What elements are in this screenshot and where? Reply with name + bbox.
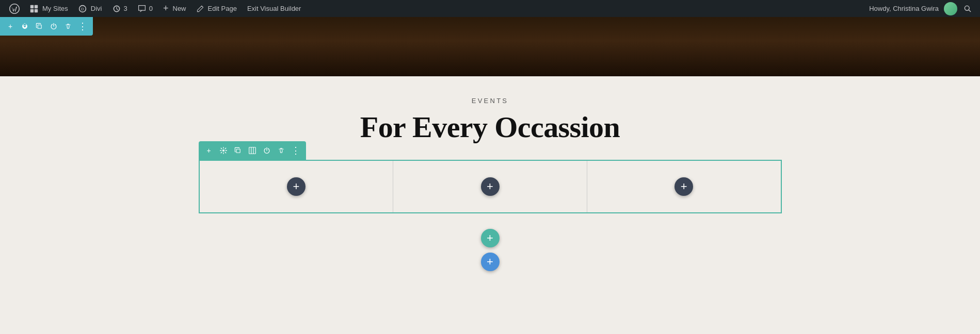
svg-rect-1 <box>35 5 38 8</box>
row-clone-button[interactable] <box>232 144 244 157</box>
divi-menu[interactable]: D Divi <box>73 0 107 17</box>
admin-bar: My Sites D Divi 3 0 + New Edit Page Exit… <box>0 0 980 17</box>
row-add-button[interactable]: + <box>203 144 215 157</box>
svg-rect-3 <box>35 9 38 12</box>
three-col-row: + + + <box>199 160 782 213</box>
events-title: For Every Occassion <box>360 110 620 144</box>
new-menu[interactable]: + New <box>158 0 191 17</box>
section-settings-button[interactable] <box>19 20 31 32</box>
section-power-button[interactable] <box>47 20 60 32</box>
comments-menu[interactable]: 0 <box>133 0 158 17</box>
add-row-button[interactable]: + <box>481 229 500 247</box>
avatar[interactable] <box>944 2 957 15</box>
row-settings-button[interactable] <box>217 144 230 157</box>
hero-area: + ⋮ <box>0 17 980 76</box>
row-columns-button[interactable] <box>246 144 259 157</box>
svg-text:D: D <box>81 7 84 11</box>
column-1: + <box>200 161 394 212</box>
wordpress-logo[interactable] <box>4 0 25 17</box>
updates-menu[interactable]: 3 <box>107 0 133 17</box>
row-wrapper: + ⋮ + <box>199 160 782 213</box>
section-more-button[interactable]: ⋮ <box>76 20 89 32</box>
section-add-button[interactable]: + <box>4 20 17 32</box>
svg-rect-9 <box>236 149 240 153</box>
add-module-col3-button[interactable]: + <box>674 177 693 196</box>
edit-page-btn[interactable]: Edit Page <box>191 0 242 17</box>
add-module-col1-button[interactable]: + <box>287 177 306 196</box>
svg-rect-7 <box>38 25 41 28</box>
add-module-col2-button[interactable]: + <box>481 177 500 196</box>
svg-rect-10 <box>249 147 255 154</box>
svg-rect-0 <box>30 5 34 8</box>
row-power-button[interactable] <box>261 144 273 157</box>
section-clone-button[interactable] <box>33 20 45 32</box>
svg-point-8 <box>222 149 224 152</box>
svg-point-6 <box>965 6 969 10</box>
add-section-button[interactable]: + <box>481 253 500 271</box>
exit-visual-builder-btn[interactable]: Exit Visual Builder <box>242 0 307 17</box>
my-sites-menu[interactable]: My Sites <box>25 0 73 17</box>
column-2: + <box>393 161 587 212</box>
admin-bar-right: Howdy, Christina Gwira <box>869 0 976 17</box>
svg-rect-2 <box>30 9 34 12</box>
page-content: EVENTS For Every Occassion + <box>0 76 980 334</box>
row-more-button[interactable]: ⋮ <box>290 144 302 157</box>
search-button[interactable] <box>959 0 976 17</box>
column-3: + <box>587 161 781 212</box>
section-delete-button[interactable] <box>62 20 74 32</box>
section-toolbar: + ⋮ <box>0 17 93 36</box>
events-label: EVENTS <box>472 97 509 105</box>
row-toolbar: + ⋮ <box>199 141 306 160</box>
row-delete-button[interactable] <box>275 144 287 157</box>
